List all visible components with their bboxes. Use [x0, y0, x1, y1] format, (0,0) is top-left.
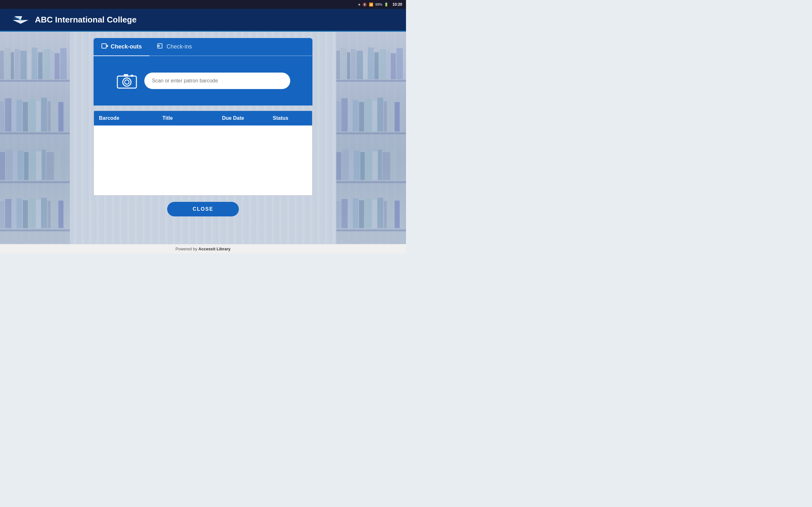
- svg-rect-17: [12, 103, 16, 131]
- svg-rect-61: [397, 48, 403, 79]
- footer: Powered by Accessit Library: [0, 244, 406, 253]
- svg-rect-9: [38, 52, 43, 79]
- svg-rect-92: [372, 200, 377, 228]
- svg-rect-29: [13, 153, 17, 180]
- svg-rect-89: [353, 199, 358, 228]
- tab-checkins[interactable]: Check-ins: [149, 38, 200, 55]
- svg-rect-5: [14, 49, 20, 79]
- svg-rect-80: [365, 149, 372, 180]
- svg-rect-28: [6, 150, 13, 180]
- svg-rect-11: [51, 51, 54, 79]
- svg-rect-13: [60, 48, 67, 79]
- svg-rect-95: [388, 199, 394, 228]
- svg-rect-106: [131, 75, 133, 77]
- svg-rect-73: [395, 102, 400, 131]
- svg-rect-20: [29, 99, 36, 131]
- svg-rect-77: [350, 153, 353, 180]
- wifi-icon: 📶: [369, 3, 373, 7]
- svg-rect-48: [58, 201, 63, 228]
- svg-rect-76: [342, 150, 349, 180]
- svg-rect-81: [372, 152, 377, 180]
- svg-rect-16: [5, 98, 11, 131]
- svg-rect-44: [36, 200, 41, 228]
- books-right: [336, 32, 406, 244]
- svg-rect-50: [336, 51, 340, 79]
- svg-rect-36: [55, 150, 60, 180]
- svg-rect-47: [51, 199, 58, 228]
- svg-rect-53: [351, 49, 356, 79]
- tabs-header: Check-outs Check-ins: [94, 38, 312, 56]
- main-content: Check-outs Check-ins: [0, 32, 406, 244]
- svg-rect-62: [336, 80, 406, 82]
- svg-rect-31: [24, 152, 29, 180]
- svg-rect-8: [32, 48, 38, 79]
- app-header: ABC International College: [0, 9, 406, 32]
- svg-rect-74: [336, 132, 406, 134]
- close-button-wrap: CLOSE: [94, 202, 312, 216]
- svg-rect-12: [55, 53, 60, 79]
- svg-rect-10: [43, 49, 50, 79]
- svg-rect-82: [378, 150, 382, 180]
- svg-rect-23: [48, 101, 51, 131]
- battery-icon: 🔋: [384, 3, 389, 7]
- svg-rect-90: [359, 200, 364, 228]
- clock: 10:20: [392, 2, 402, 7]
- checkout-icon: [101, 43, 108, 50]
- tab-checkouts[interactable]: Check-outs: [94, 38, 149, 55]
- svg-rect-21: [36, 101, 41, 131]
- svg-rect-94: [384, 201, 387, 228]
- svg-rect-39: [5, 199, 11, 228]
- checkin-icon: [157, 43, 164, 50]
- close-button[interactable]: CLOSE: [167, 202, 239, 216]
- svg-rect-14: [0, 80, 70, 82]
- brand-name: Accessit Library: [199, 246, 231, 251]
- col-barcode: Barcode: [94, 111, 157, 125]
- svg-rect-88: [348, 201, 352, 228]
- svg-rect-40: [12, 201, 16, 228]
- svg-rect-7: [27, 54, 31, 79]
- svg-rect-63: [336, 101, 341, 131]
- svg-rect-37: [0, 181, 70, 183]
- svg-rect-25: [58, 102, 63, 131]
- status-bar: ∗ 🔇 📶 99% 🔋 10:20: [0, 0, 406, 9]
- svg-rect-84: [391, 150, 397, 180]
- svg-rect-66: [353, 100, 358, 131]
- battery-level: 99%: [375, 3, 382, 6]
- svg-rect-68: [365, 99, 372, 131]
- col-due-date: Due Date: [217, 111, 268, 125]
- svg-rect-43: [29, 198, 36, 228]
- table-header: Barcode Title Due Date Status: [94, 111, 312, 125]
- col-title: Title: [157, 111, 217, 125]
- svg-rect-30: [18, 151, 23, 180]
- svg-rect-105: [124, 74, 128, 77]
- svg-rect-4: [11, 52, 14, 79]
- svg-rect-70: [377, 98, 383, 131]
- bluetooth-icon: ∗: [358, 3, 361, 7]
- svg-rect-56: [368, 48, 374, 79]
- app-logo: [13, 14, 29, 26]
- svg-rect-55: [363, 54, 367, 79]
- svg-rect-24: [51, 100, 58, 131]
- svg-rect-22: [41, 98, 47, 131]
- svg-rect-33: [36, 152, 41, 180]
- svg-rect-35: [46, 152, 54, 180]
- svg-rect-27: [0, 152, 5, 180]
- scan-area: [94, 56, 312, 106]
- checkout-tab-label: Check-outs: [111, 43, 142, 50]
- svg-rect-46: [48, 201, 51, 228]
- svg-rect-67: [359, 102, 364, 131]
- svg-rect-26: [0, 132, 70, 134]
- table-body: [94, 125, 312, 195]
- svg-rect-72: [388, 100, 394, 131]
- svg-rect-85: [336, 181, 406, 183]
- svg-rect-83: [383, 152, 390, 180]
- college-name: ABC International College: [35, 15, 137, 25]
- svg-rect-71: [384, 101, 387, 131]
- svg-rect-54: [357, 51, 363, 79]
- powered-by-text: Powered by: [175, 246, 197, 251]
- barcode-input[interactable]: [144, 72, 290, 89]
- svg-rect-2: [0, 51, 4, 79]
- svg-rect-41: [16, 199, 22, 228]
- books-left: [0, 32, 70, 244]
- svg-point-104: [125, 80, 129, 84]
